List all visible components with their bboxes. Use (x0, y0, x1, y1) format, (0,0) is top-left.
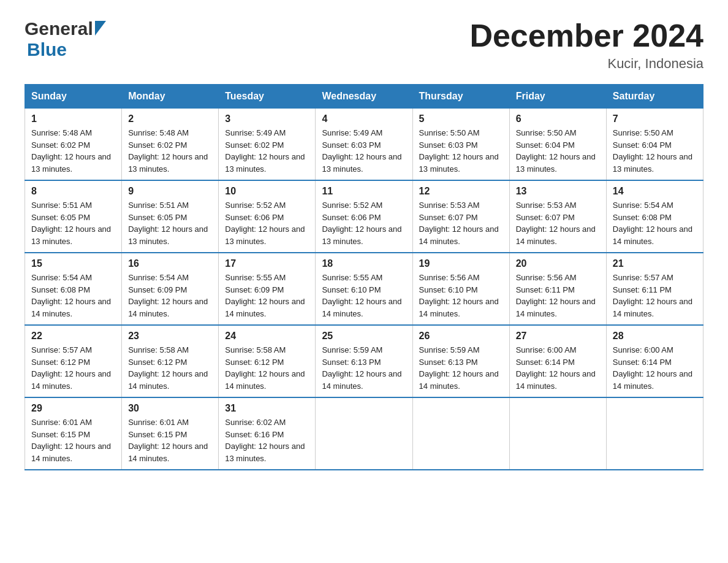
day-info: Sunrise: 6:00 AMSunset: 6:14 PMDaylight:… (516, 344, 600, 392)
logo-blue-text: Blue (27, 39, 67, 60)
col-friday: Friday (509, 85, 606, 109)
calendar-cell: 31Sunrise: 6:02 AMSunset: 6:16 PMDayligh… (219, 397, 316, 470)
day-info: Sunrise: 5:50 AMSunset: 6:03 PMDaylight:… (419, 127, 503, 175)
calendar-cell: 12Sunrise: 5:53 AMSunset: 6:07 PMDayligh… (412, 180, 509, 253)
day-info: Sunrise: 5:52 AMSunset: 6:06 PMDaylight:… (225, 199, 309, 247)
day-number: 31 (225, 403, 309, 414)
day-info: Sunrise: 6:02 AMSunset: 6:16 PMDaylight:… (225, 416, 309, 464)
calendar-cell: 24Sunrise: 5:58 AMSunset: 6:12 PMDayligh… (219, 325, 316, 397)
day-number: 3 (225, 113, 309, 124)
calendar-cell (606, 397, 703, 470)
svg-marker-0 (95, 21, 106, 36)
calendar-cell: 4Sunrise: 5:49 AMSunset: 6:03 PMDaylight… (316, 109, 412, 181)
logo-triangle-icon (95, 21, 106, 38)
day-number: 12 (419, 186, 503, 197)
day-info: Sunrise: 5:48 AMSunset: 6:02 PMDaylight:… (31, 127, 115, 175)
calendar-cell: 15Sunrise: 5:54 AMSunset: 6:08 PMDayligh… (25, 253, 122, 325)
day-number: 2 (128, 113, 212, 124)
page-title: December 2024 (469, 18, 703, 53)
calendar-week-row: 15Sunrise: 5:54 AMSunset: 6:08 PMDayligh… (25, 253, 703, 325)
calendar-cell: 25Sunrise: 5:59 AMSunset: 6:13 PMDayligh… (316, 325, 412, 397)
title-block: December 2024 Kucir, Indonesia (469, 18, 703, 72)
calendar-cell (412, 397, 509, 470)
logo-general-text: General (25, 18, 93, 39)
col-tuesday: Tuesday (219, 85, 316, 109)
calendar-header: Sunday Monday Tuesday Wednesday Thursday… (25, 85, 703, 109)
calendar-cell: 3Sunrise: 5:49 AMSunset: 6:02 PMDaylight… (219, 109, 316, 181)
day-info: Sunrise: 5:57 AMSunset: 6:11 PMDaylight:… (613, 272, 697, 320)
col-monday: Monday (122, 85, 219, 109)
calendar-cell: 11Sunrise: 5:52 AMSunset: 6:06 PMDayligh… (316, 180, 412, 253)
calendar-cell: 13Sunrise: 5:53 AMSunset: 6:07 PMDayligh… (509, 180, 606, 253)
day-info: Sunrise: 5:59 AMSunset: 6:13 PMDaylight:… (322, 344, 406, 392)
day-info: Sunrise: 5:52 AMSunset: 6:06 PMDaylight:… (322, 199, 406, 247)
day-number: 14 (613, 186, 697, 197)
day-number: 4 (322, 113, 406, 124)
calendar-table: Sunday Monday Tuesday Wednesday Thursday… (25, 84, 703, 470)
day-number: 23 (128, 331, 212, 342)
day-number: 25 (322, 331, 406, 342)
day-info: Sunrise: 5:49 AMSunset: 6:02 PMDaylight:… (225, 127, 309, 175)
day-info: Sunrise: 5:59 AMSunset: 6:13 PMDaylight:… (419, 344, 503, 392)
calendar-week-row: 8Sunrise: 5:51 AMSunset: 6:05 PMDaylight… (25, 180, 703, 253)
calendar-cell: 30Sunrise: 6:01 AMSunset: 6:15 PMDayligh… (122, 397, 219, 470)
day-info: Sunrise: 6:01 AMSunset: 6:15 PMDaylight:… (31, 416, 115, 464)
calendar-cell: 7Sunrise: 5:50 AMSunset: 6:04 PMDaylight… (606, 109, 703, 181)
day-info: Sunrise: 5:54 AMSunset: 6:08 PMDaylight:… (613, 199, 697, 247)
calendar-cell: 1Sunrise: 5:48 AMSunset: 6:02 PMDaylight… (25, 109, 122, 181)
calendar-cell (509, 397, 606, 470)
day-info: Sunrise: 5:51 AMSunset: 6:05 PMDaylight:… (31, 199, 115, 247)
calendar-cell: 17Sunrise: 5:55 AMSunset: 6:09 PMDayligh… (219, 253, 316, 325)
day-info: Sunrise: 5:51 AMSunset: 6:05 PMDaylight:… (128, 199, 212, 247)
calendar-cell: 27Sunrise: 6:00 AMSunset: 6:14 PMDayligh… (509, 325, 606, 397)
calendar-cell: 29Sunrise: 6:01 AMSunset: 6:15 PMDayligh… (25, 397, 122, 470)
day-number: 29 (31, 403, 115, 414)
day-number: 10 (225, 186, 309, 197)
day-number: 13 (516, 186, 600, 197)
day-info: Sunrise: 5:50 AMSunset: 6:04 PMDaylight:… (613, 127, 697, 175)
calendar-cell: 2Sunrise: 5:48 AMSunset: 6:02 PMDaylight… (122, 109, 219, 181)
day-number: 26 (419, 331, 503, 342)
day-info: Sunrise: 5:56 AMSunset: 6:11 PMDaylight:… (516, 272, 600, 320)
calendar-cell: 21Sunrise: 5:57 AMSunset: 6:11 PMDayligh… (606, 253, 703, 325)
day-info: Sunrise: 6:00 AMSunset: 6:14 PMDaylight:… (613, 344, 697, 392)
header-row: Sunday Monday Tuesday Wednesday Thursday… (25, 85, 703, 109)
page-header: General Blue December 2024 Kucir, Indone… (25, 18, 703, 72)
day-number: 15 (31, 258, 115, 269)
calendar-cell: 23Sunrise: 5:58 AMSunset: 6:12 PMDayligh… (122, 325, 219, 397)
day-number: 17 (225, 258, 309, 269)
calendar-cell: 9Sunrise: 5:51 AMSunset: 6:05 PMDaylight… (122, 180, 219, 253)
day-info: Sunrise: 5:55 AMSunset: 6:09 PMDaylight:… (225, 272, 309, 320)
day-number: 8 (31, 186, 115, 197)
page-subtitle: Kucir, Indonesia (469, 56, 703, 72)
day-number: 24 (225, 331, 309, 342)
day-info: Sunrise: 5:58 AMSunset: 6:12 PMDaylight:… (128, 344, 212, 392)
day-number: 5 (419, 113, 503, 124)
day-number: 11 (322, 186, 406, 197)
day-info: Sunrise: 5:57 AMSunset: 6:12 PMDaylight:… (31, 344, 115, 392)
calendar-cell: 16Sunrise: 5:54 AMSunset: 6:09 PMDayligh… (122, 253, 219, 325)
calendar-cell: 22Sunrise: 5:57 AMSunset: 6:12 PMDayligh… (25, 325, 122, 397)
calendar-cell: 6Sunrise: 5:50 AMSunset: 6:04 PMDaylight… (509, 109, 606, 181)
calendar-cell: 28Sunrise: 6:00 AMSunset: 6:14 PMDayligh… (606, 325, 703, 397)
day-info: Sunrise: 5:53 AMSunset: 6:07 PMDaylight:… (516, 199, 600, 247)
day-number: 28 (613, 331, 697, 342)
calendar-cell: 14Sunrise: 5:54 AMSunset: 6:08 PMDayligh… (606, 180, 703, 253)
day-info: Sunrise: 5:53 AMSunset: 6:07 PMDaylight:… (419, 199, 503, 247)
calendar-cell: 26Sunrise: 5:59 AMSunset: 6:13 PMDayligh… (412, 325, 509, 397)
day-number: 1 (31, 113, 115, 124)
calendar-cell: 10Sunrise: 5:52 AMSunset: 6:06 PMDayligh… (219, 180, 316, 253)
calendar-week-row: 1Sunrise: 5:48 AMSunset: 6:02 PMDaylight… (25, 109, 703, 181)
day-number: 27 (516, 331, 600, 342)
calendar-cell: 5Sunrise: 5:50 AMSunset: 6:03 PMDaylight… (412, 109, 509, 181)
calendar-cell (316, 397, 412, 470)
col-thursday: Thursday (412, 85, 509, 109)
day-number: 30 (128, 403, 212, 414)
calendar-cell: 8Sunrise: 5:51 AMSunset: 6:05 PMDaylight… (25, 180, 122, 253)
day-number: 20 (516, 258, 600, 269)
calendar-cell: 20Sunrise: 5:56 AMSunset: 6:11 PMDayligh… (509, 253, 606, 325)
day-info: Sunrise: 5:58 AMSunset: 6:12 PMDaylight:… (225, 344, 309, 392)
day-number: 6 (516, 113, 600, 124)
day-info: Sunrise: 6:01 AMSunset: 6:15 PMDaylight:… (128, 416, 212, 464)
day-number: 9 (128, 186, 212, 197)
